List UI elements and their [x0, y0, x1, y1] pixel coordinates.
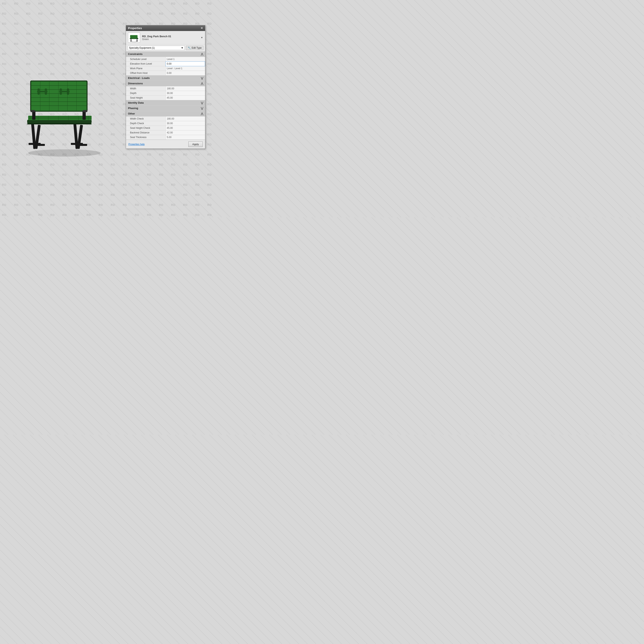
watermark-text: RD [159, 203, 163, 206]
section-toggle-identity-data[interactable]: ⋁ [201, 101, 203, 104]
watermark-text: RD [2, 163, 6, 166]
watermark-text: RD [2, 42, 6, 45]
watermark-text: RD [2, 183, 6, 186]
properties-help-link[interactable]: Properties help [128, 143, 145, 146]
watermark-text: RD [2, 193, 6, 196]
properties-scroll-area[interactable]: Constraints⋀Schedule LevelLevel 1Elevati… [126, 52, 205, 140]
section-toggle-electrical-loads[interactable]: ⋁ [201, 76, 203, 80]
watermark-text: RD [171, 203, 175, 206]
close-button[interactable]: ✕ [200, 27, 203, 30]
edit-type-button[interactable]: 🔧 Edit Type [186, 46, 203, 50]
watermark-text: RD [99, 42, 103, 45]
watermark-text: RD [2, 52, 6, 56]
watermark-text: RD [135, 183, 139, 186]
watermark-text: RD [207, 133, 212, 136]
element-subname: Green [142, 38, 171, 41]
watermark-text: RD [99, 193, 103, 196]
watermark-text: RD [147, 193, 151, 196]
watermark-text: RD [26, 163, 31, 166]
section-toggle-other[interactable]: ⋀ [201, 112, 203, 115]
element-name: RD_Dog Park Bench 01 [142, 35, 171, 38]
watermark-text: RD [207, 22, 212, 25]
table-row: Width Check180.00 [126, 117, 205, 121]
watermark-text: RD [74, 52, 79, 56]
section-toggle-dimensions[interactable]: ⋀ [201, 82, 203, 85]
prop-value: 42.00 [165, 130, 205, 135]
prop-value: 45.00 [165, 96, 205, 100]
svg-rect-8 [76, 144, 87, 146]
watermark-text: RD [87, 183, 91, 186]
watermark-text: RD [183, 193, 188, 196]
watermark-text: RD [123, 22, 127, 25]
watermark-text: RD [14, 2, 19, 5]
panel-title: Properties [128, 27, 142, 30]
watermark-text: RD [74, 22, 79, 25]
watermark-text: RD [171, 183, 175, 186]
table-row: Elevation from Level0.00 [126, 62, 205, 66]
watermark-text: RD [14, 42, 19, 45]
watermark-text: RD [111, 12, 115, 15]
watermark-text: RD [159, 213, 163, 217]
watermark-text: RD [195, 153, 200, 156]
watermark-text: RD [87, 173, 91, 176]
watermark-text: RD [50, 183, 55, 186]
watermark-text: RD [87, 203, 91, 206]
watermark-text: RD [62, 32, 67, 35]
watermark-text: RD [38, 12, 43, 15]
watermark-text: RD [207, 42, 212, 45]
watermark-text: RD [183, 163, 188, 166]
watermark-text: RD [147, 163, 151, 166]
watermark-text: RD [99, 22, 103, 25]
apply-button[interactable]: Apply [188, 141, 203, 147]
watermark-text: RD [62, 173, 67, 176]
table-row: Seat Height45.00 [126, 96, 205, 100]
watermark-text: RD [26, 213, 31, 217]
watermark-text: RD [26, 173, 31, 176]
watermark-text: RD [171, 163, 175, 166]
prop-value: Level : Level 1 [165, 66, 205, 71]
section-toggle-constraints[interactable]: ⋀ [201, 53, 203, 56]
watermark-text: RD [74, 213, 79, 217]
element-dropdown-arrow: ▼ [201, 36, 203, 39]
prop-label: Offset from Host [126, 71, 165, 75]
watermark-text: RD [147, 203, 151, 206]
watermark-text: RD [87, 12, 91, 15]
watermark-text: RD [135, 2, 139, 5]
section-identity-data[interactable]: Identity Data⋁ [126, 100, 205, 106]
svg-rect-68 [137, 38, 137, 39]
watermark-text: RD [195, 213, 200, 217]
watermark-text: RD [183, 22, 188, 25]
watermark-text: RD [14, 12, 19, 15]
section-label-constraints: Constraints [128, 53, 142, 56]
section-constraints[interactable]: Constraints⋀ [126, 52, 205, 57]
watermark-text: RD [62, 12, 67, 15]
watermark-text: RD [123, 183, 127, 186]
watermark-text: RD [135, 213, 139, 217]
watermark-text: RD [147, 22, 151, 25]
watermark-text: RD [183, 153, 188, 156]
section-toggle-phasing[interactable]: ⋁ [201, 107, 203, 110]
type-selector[interactable]: Specialty Equipment (1) ▼ [128, 46, 185, 50]
prop-label: Width [126, 86, 165, 91]
prop-value[interactable]: 0.00 [165, 62, 205, 66]
watermark-text: RD [171, 193, 175, 196]
watermark-text: RD [111, 203, 115, 206]
section-dimensions[interactable]: Dimensions⋀ [126, 81, 205, 86]
watermark-text: RD [99, 163, 103, 166]
edit-type-label: Edit Type [192, 46, 202, 49]
watermark-text: RD [195, 203, 200, 206]
watermark-text: RD [111, 183, 115, 186]
section-other[interactable]: Other⋀ [126, 111, 205, 117]
watermark-text: RD [147, 173, 151, 176]
watermark-text: RD [62, 203, 67, 206]
watermark-text: RD [2, 103, 6, 106]
svg-rect-6 [34, 144, 45, 146]
section-electrical-loads[interactable]: Electrical - Loads⋁ [126, 75, 205, 81]
prop-value: 180.00 [165, 86, 205, 91]
watermark-text: RD [183, 213, 188, 217]
type-selector-label: Specialty Equipment (1) [129, 46, 155, 49]
watermark-text: RD [159, 173, 163, 176]
watermark-text: RD [195, 173, 200, 176]
section-phasing[interactable]: Phasing⋁ [126, 106, 205, 111]
watermark-text: RD [135, 193, 139, 196]
